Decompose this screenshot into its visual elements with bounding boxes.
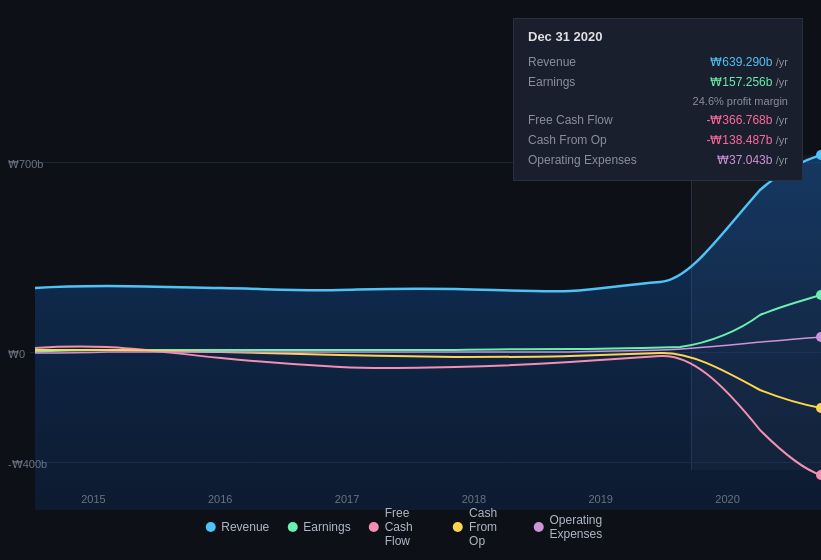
tooltip-cashop-value: -₩138.487b /yr [706, 133, 788, 147]
legend-item-revenue[interactable]: Revenue [205, 520, 269, 534]
y-label-neg400: -₩400b [8, 458, 47, 471]
x-label-2015: 2015 [81, 493, 105, 505]
legend-label-revenue: Revenue [221, 520, 269, 534]
legend-label-opex: Operating Expenses [550, 513, 616, 541]
x-label-2020: 2020 [715, 493, 739, 505]
legend-dot-earnings [287, 522, 297, 532]
legend-label-earnings: Earnings [303, 520, 350, 534]
tooltip-row-revenue: Revenue ₩639.290b /yr [528, 52, 788, 72]
tooltip-row-cashop: Cash From Op -₩138.487b /yr [528, 130, 788, 150]
legend-item-earnings[interactable]: Earnings [287, 520, 350, 534]
tooltip-fcf-value: -₩366.768b /yr [706, 113, 788, 127]
legend: Revenue Earnings Free Cash Flow Cash Fro… [205, 506, 616, 548]
legend-item-opex[interactable]: Operating Expenses [534, 513, 616, 541]
tooltip-opex-value: ₩37.043b /yr [717, 153, 788, 167]
y-label-700: ₩700b [8, 158, 43, 171]
tooltip-opex-label: Operating Expenses [528, 153, 638, 167]
chart-container: ₩700b ₩0 -₩400b 2015 2016 2017 2018 2019… [0, 0, 821, 560]
x-label-2018: 2018 [462, 493, 486, 505]
legend-dot-cashop [453, 522, 463, 532]
x-label-2017: 2017 [335, 493, 359, 505]
tooltip-row-margin: 24.6% profit margin [528, 92, 788, 110]
tooltip-revenue-value: ₩639.290b /yr [710, 55, 788, 69]
tooltip-earnings-label: Earnings [528, 75, 638, 89]
tooltip-earnings-value: ₩157.256b /yr [710, 75, 788, 89]
tooltip-cashop-label: Cash From Op [528, 133, 638, 147]
tooltip-date: Dec 31 2020 [528, 29, 788, 44]
tooltip-revenue-label: Revenue [528, 55, 638, 69]
legend-item-fcf[interactable]: Free Cash Flow [369, 506, 435, 548]
legend-dot-fcf [369, 522, 379, 532]
tooltip-fcf-label: Free Cash Flow [528, 113, 638, 127]
legend-dot-opex [534, 522, 544, 532]
y-label-0: ₩0 [8, 348, 25, 361]
tooltip-profit-margin: 24.6% profit margin [693, 95, 788, 107]
tooltip-card: Dec 31 2020 Revenue ₩639.290b /yr Earnin… [513, 18, 803, 181]
legend-item-cashop[interactable]: Cash From Op [453, 506, 515, 548]
legend-label-cashop: Cash From Op [469, 506, 515, 548]
tooltip-row-earnings: Earnings ₩157.256b /yr [528, 72, 788, 92]
tooltip-row-opex: Operating Expenses ₩37.043b /yr [528, 150, 788, 170]
legend-label-fcf: Free Cash Flow [385, 506, 435, 548]
legend-dot-revenue [205, 522, 215, 532]
x-label-2019: 2019 [588, 493, 612, 505]
x-labels: 2015 2016 2017 2018 2019 2020 [0, 493, 821, 505]
tooltip-row-fcf: Free Cash Flow -₩366.768b /yr [528, 110, 788, 130]
x-label-2016: 2016 [208, 493, 232, 505]
